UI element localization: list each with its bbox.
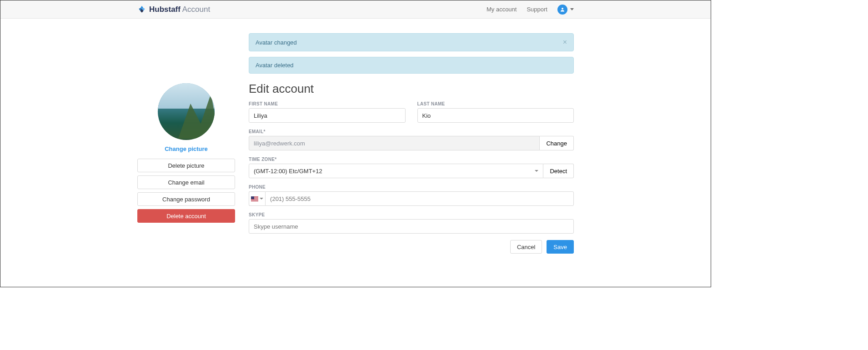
phone-country-picker[interactable]	[249, 191, 265, 206]
change-password-button[interactable]: Change password	[137, 192, 235, 206]
delete-picture-button[interactable]: Delete picture	[137, 159, 235, 172]
chevron-down-icon	[535, 170, 538, 172]
last-name-input[interactable]	[417, 108, 574, 123]
change-email-button[interactable]: Change email	[137, 175, 235, 189]
chevron-down-icon	[260, 198, 263, 200]
brand-logo[interactable]: Hubstaff Account	[137, 5, 210, 14]
hubstaff-logo-icon	[137, 5, 146, 14]
save-button[interactable]: Save	[547, 240, 574, 254]
label-last-name: LAST NAME	[417, 101, 574, 106]
profile-sidebar: Change picture Delete picture Change ema…	[137, 33, 235, 223]
cancel-button[interactable]: Cancel	[510, 240, 542, 254]
alert-avatar-deleted: Avatar deleted	[249, 57, 574, 74]
email-input	[249, 136, 540, 150]
alert-text: Avatar deleted	[256, 62, 294, 69]
page-title: Edit account	[249, 82, 574, 96]
us-flag-icon	[251, 196, 258, 201]
user-avatar-small	[557, 5, 567, 15]
nav-support[interactable]: Support	[527, 6, 547, 13]
time-zone-value: (GMT-12:00) Etc/GMT+12	[254, 168, 322, 175]
nav-my-account[interactable]: My account	[487, 6, 517, 13]
detect-timezone-button[interactable]: Detect	[543, 164, 574, 178]
time-zone-select[interactable]: (GMT-12:00) Etc/GMT+12	[249, 164, 543, 178]
delete-account-button[interactable]: Delete account	[137, 209, 235, 223]
alert-text: Avatar changed	[256, 39, 297, 46]
svg-point-0	[562, 8, 563, 10]
label-email: EMAIL*	[249, 129, 574, 134]
top-bar: Hubstaff Account My account Support	[0, 0, 711, 19]
close-icon[interactable]: ×	[563, 38, 567, 46]
label-skype: SKYPE	[249, 212, 574, 217]
change-email-inline-button[interactable]: Change	[540, 136, 574, 150]
user-icon	[560, 7, 565, 12]
label-time-zone: TIME ZONE*	[249, 157, 574, 162]
profile-avatar	[158, 83, 215, 140]
user-menu-dropdown[interactable]	[557, 5, 574, 15]
caret-down-icon	[570, 8, 574, 10]
first-name-input[interactable]	[249, 108, 406, 123]
label-phone: PHONE	[249, 185, 574, 190]
alert-avatar-changed: Avatar changed ×	[249, 33, 574, 51]
phone-input[interactable]	[265, 191, 574, 206]
edit-account-form: Avatar changed × Avatar deleted Edit acc…	[249, 33, 574, 254]
label-first-name: FIRST NAME	[249, 101, 406, 106]
brand-section: Account	[182, 5, 210, 14]
change-picture-link[interactable]: Change picture	[165, 145, 208, 152]
skype-input[interactable]	[249, 219, 574, 234]
brand-name: Hubstaff	[149, 5, 181, 14]
